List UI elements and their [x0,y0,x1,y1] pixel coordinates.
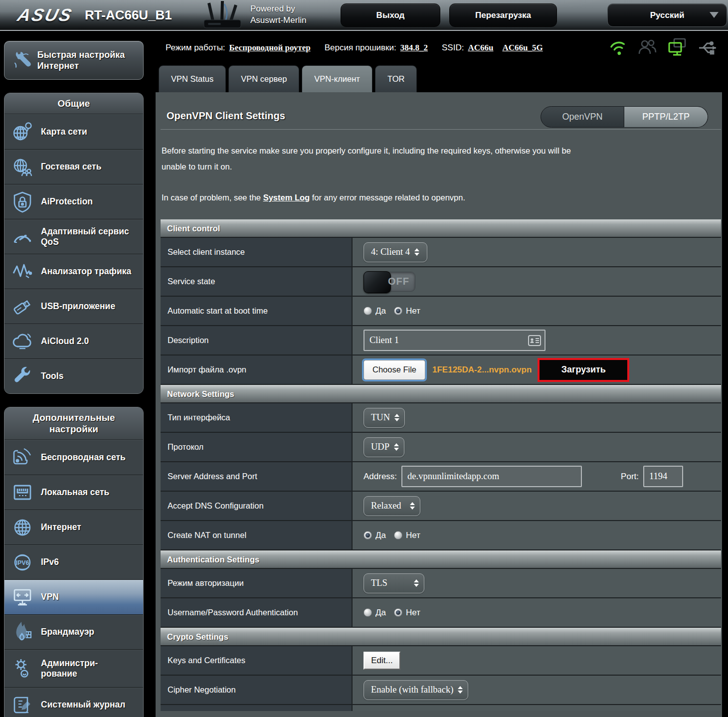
cipher-negotiation-value: Enable (with fallback) [371,685,453,695]
sidebar-item-administration[interactable]: Администри- рование [4,649,143,687]
title-divider [161,129,721,130]
system-log-link[interactable]: System Log [263,193,310,202]
selected-file-name: 1FE125DA-2...nvpn.ovpn [432,365,532,375]
sidebar-item-wireless[interactable]: Беспроводная сеть [4,440,143,475]
row-label: Service state [161,267,353,296]
ssid-5g-link[interactable]: AC66u_5G [502,43,543,53]
protocol-select[interactable]: UDP [364,437,404,457]
table-row: Select client instance 4: Client 4 [161,238,721,267]
reboot-button[interactable]: Перезагрузка [449,3,557,27]
sidebar-item-internet[interactable]: Интернет [4,510,143,544]
usb-icon[interactable] [697,37,720,59]
sidebar-item-firewall[interactable]: Брандмауэр [4,614,143,649]
select-arrows-icon [458,686,463,694]
client-list-icon[interactable] [528,335,541,346]
nat-yes-radio[interactable] [364,531,372,539]
wifi-icon[interactable] [608,37,628,59]
sidebar-quick-setup-button[interactable]: Быстрая настройка Интернет [4,41,144,80]
openvpn-tab-button[interactable]: OpenVPN [541,106,624,128]
sidebar-item-vpn[interactable]: VPN [4,579,143,614]
table-row: Automatic start at boot time Да Нет [161,297,721,326]
protocol-value: UDP [371,442,389,452]
description-input[interactable] [364,330,546,351]
logout-button[interactable]: Выход [341,3,440,27]
table-row: Server Address and Port Address: Port: [161,462,721,492]
sidebar-item-label: USB-приложение [41,301,115,312]
tab-tor[interactable]: TOR [375,65,417,92]
router-image [196,0,248,29]
toggle-state-label: OFF [388,272,409,291]
accept-dns-select[interactable]: Relaxed [364,496,420,516]
server-address-input[interactable] [401,466,582,487]
tab-vpn-status[interactable]: VPN Status [159,65,226,92]
auto-start-yes-radio[interactable] [364,307,372,315]
sidebar-item-usb-application[interactable]: USB-приложение [4,289,143,324]
row-label: Импорт файла .ovpn [161,356,353,384]
server-port-input[interactable] [643,466,683,487]
upload-ovpn-button[interactable]: Загрузить [538,358,629,382]
table-row: Тип интерфейса TUN [161,403,721,433]
table-row: Импорт файла .ovpn Choose File 1FE125DA-… [161,356,721,385]
interface-type-select[interactable]: TUN [364,408,405,428]
network-map-icon [11,120,34,143]
powered-by: Powered by Asuswrt-Merlin [250,3,306,26]
service-state-toggle[interactable]: OFF [364,272,415,292]
radio-label: Да [375,608,386,618]
sidebar-item-ipv6[interactable]: IPV6 IPv6 [4,544,143,579]
sidebar-item-label: Беспроводная сеть [41,452,126,463]
sidebar-item-aiprotection[interactable]: AiProtection [4,184,143,219]
mode-link[interactable]: Беспроводной роутер [229,43,311,53]
edit-keys-button[interactable]: Edit... [364,652,400,670]
sidebar-item-label: Анализатор трафика [41,266,131,277]
sidebar-item-label: VPN [41,592,59,602]
vpn-tabs: VPN Status VPN сервер VPN-клиент TOR [159,65,417,92]
lan-icon [11,481,34,504]
sidebar-item-tools[interactable]: Tools [4,358,143,393]
table-row: Accept DNS Configuration Relaxed [161,492,721,521]
sidebar-item-label: Брандмауэр [41,627,94,637]
auth-mode-select[interactable]: TLS [364,573,424,593]
sidebar-item-label: Адаптивный сервис QoS [41,226,143,247]
row-label: Протокол [161,433,353,461]
sidebar-item-network-map[interactable]: Карта сети [4,114,143,149]
sidebar-item-lan[interactable]: Локальная сеть [4,475,143,510]
tab-vpn-server[interactable]: VPN сервер [228,65,299,92]
sidebar-item-traffic-analyzer[interactable]: Анализатор трафика [4,254,143,289]
lan-devices-icon[interactable] [666,37,689,59]
interface-type-value: TUN [371,412,390,423]
select-arrows-icon [414,248,419,256]
status-icons [608,37,720,59]
accept-dns-value: Relaxed [371,501,401,511]
sidebar-item-guest-network[interactable]: Гостевая сеть [4,149,143,184]
userpass-yes-radio[interactable] [364,608,372,617]
sidebar-section-general: Общие Карта сети [4,93,144,394]
ssid-24g-link[interactable]: AC66u [468,43,493,53]
vpn-icon [11,586,34,609]
firmware-link[interactable]: 384.8_2 [400,43,428,53]
pptp-l2tp-tab-button[interactable]: PPTP/L2TP [624,106,708,128]
tab-vpn-client[interactable]: VPN-клиент [302,65,372,92]
sidebar-item-label: Системный журнал [41,700,125,710]
row-label: Server Address and Port [161,462,353,491]
client-control-table: Client control Select client instance 4:… [161,219,721,385]
language-selector[interactable]: Русский [607,3,727,27]
row-label [161,705,353,711]
sidebar-item-system-log[interactable]: Системный журнал [4,687,143,717]
language-label: Русский [650,10,685,20]
row-label: Тип интерфейса [161,403,353,432]
choose-file-button[interactable]: Choose File [364,360,425,380]
sidebar-item-label: Карта сети [41,127,87,137]
sidebar-item-qos[interactable]: Адаптивный сервис QoS [4,219,143,254]
sidebar-item-aicloud[interactable]: AiCloud 2.0 [4,324,143,358]
nat-no-radio[interactable] [394,531,402,539]
internet-icon [11,516,34,539]
table-row: Create NAT on tunnel Да Нет [161,521,721,550]
client-instance-select[interactable]: 4: Client 4 [364,242,427,262]
qos-icon [11,225,34,248]
tools-icon [11,365,34,388]
cipher-negotiation-select[interactable]: Enable (with fallback) [364,680,468,700]
clients-icon[interactable] [636,37,658,59]
auto-start-no-radio[interactable] [394,307,402,315]
row-label: Description [161,326,353,355]
userpass-no-radio[interactable] [394,608,402,617]
